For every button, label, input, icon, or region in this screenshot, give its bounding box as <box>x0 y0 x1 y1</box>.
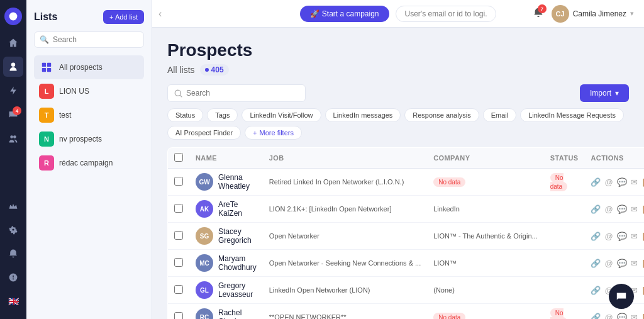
filter-linkedin-requests[interactable]: LinkedIn Message Requests <box>520 108 624 122</box>
table-search-box[interactable] <box>167 84 306 102</box>
prospect-name-cell: AK AreTe KaiZen <box>196 200 257 218</box>
filter-linkedin-visit[interactable]: LinkedIn Visit/Follow <box>242 108 321 122</box>
sidebar-search-icon: 🔍 <box>40 35 49 44</box>
row-checkbox[interactable] <box>174 312 183 320</box>
table-row: AK AreTe KaiZen LION 2.1K+: [LinkedIn Op… <box>168 196 645 223</box>
at-icon[interactable]: @ <box>604 259 613 268</box>
link-icon[interactable]: 🔗 <box>591 177 601 187</box>
at-icon[interactable]: @ <box>604 177 613 187</box>
more-filters-label: More filters <box>260 129 294 137</box>
at-icon[interactable]: @ <box>604 232 613 241</box>
add-list-button[interactable]: + Add list <box>103 10 144 24</box>
table-row: GW Glenna Wheatley Retired Linked In Ope… <box>168 169 645 196</box>
status-no-data: No data <box>550 308 567 319</box>
nav-home[interactable] <box>3 33 23 53</box>
sidebar-item-test[interactable]: T test <box>34 103 144 127</box>
email-icon[interactable]: ✉ <box>631 204 638 214</box>
nav-flag[interactable]: 🇬🇧 <box>3 291 23 311</box>
note-icon[interactable]: 📋 <box>641 286 644 295</box>
page-title: Prospects <box>167 40 629 60</box>
sidebar: Lists + Add list 🔍 All prospects L LION … <box>26 0 152 319</box>
nav-help[interactable] <box>3 267 23 288</box>
row-checkbox[interactable] <box>174 285 183 294</box>
filter-status[interactable]: Status <box>167 108 203 122</box>
nav-team[interactable] <box>3 128 23 148</box>
at-icon[interactable]: @ <box>604 204 613 214</box>
filter-linkedin-messages[interactable]: LinkedIn messages <box>325 108 401 122</box>
sidebar-item-redac[interactable]: R rédac campaign <box>34 151 144 175</box>
row-checkbox[interactable] <box>174 231 183 240</box>
nav-settings[interactable] <box>3 220 23 240</box>
table-row: GL Gregory Levasseur LinkedIn Open Netwo… <box>168 277 645 304</box>
prospect-name-cell: GL Gregory Levasseur <box>196 281 257 299</box>
message-icon[interactable]: 💬 <box>617 204 627 214</box>
topbar-right: 7 CJ Camila Jimenez ▾ <box>533 5 634 23</box>
app-logo[interactable] <box>4 8 22 25</box>
start-campaign-button[interactable]: 🚀 Start a campaign <box>300 6 389 22</box>
count-value: 405 <box>211 65 224 74</box>
svg-rect-1 <box>42 63 46 67</box>
row-checkbox[interactable] <box>174 258 183 267</box>
sidebar-header: Lists + Add list <box>34 10 144 24</box>
link-icon[interactable]: 🔗 <box>591 232 601 241</box>
notifications-badge: 7 <box>538 4 547 13</box>
sidebar-search-box[interactable]: 🔍 <box>34 31 144 48</box>
nav-users[interactable] <box>3 57 23 77</box>
sidebar-item-label-redac: rédac campaign <box>59 159 113 167</box>
message-icon[interactable]: 💬 <box>617 177 627 187</box>
note-icon[interactable]: 📋 <box>641 204 644 214</box>
notifications-button[interactable]: 7 <box>533 7 544 20</box>
link-icon[interactable]: 🔗 <box>591 286 601 295</box>
prospect-job: LinkedIn Open Networker (LION) <box>269 286 370 294</box>
link-icon[interactable]: 🔗 <box>591 259 601 268</box>
chat-bubble[interactable] <box>609 284 634 309</box>
table-search-input[interactable] <box>186 89 299 98</box>
filter-tags[interactable]: Tags <box>207 108 238 122</box>
select-all-checkbox[interactable] <box>174 153 183 162</box>
action-icons: 🔗 @ 💬 ✉ 📋 <box>591 177 644 187</box>
sidebar-item-label-nv: nv prospects <box>59 135 102 143</box>
email-icon[interactable]: ✉ <box>631 232 638 241</box>
row-checkbox[interactable] <box>174 177 183 186</box>
row-checkbox[interactable] <box>174 204 183 213</box>
sidebar-item-nv-prospects[interactable]: N nv prospects <box>34 127 144 151</box>
prospect-name-cell: GW Glenna Wheatley <box>196 173 257 191</box>
table-row: MC Maryam Chowdhury Open Networker - See… <box>168 250 645 277</box>
link-icon[interactable]: 🔗 <box>591 204 601 214</box>
sidebar-item-lion-us[interactable]: L LION US <box>34 79 144 103</box>
import-button[interactable]: Import ▾ <box>580 84 629 102</box>
note-icon[interactable]: 📋 <box>641 259 644 268</box>
nav-chat[interactable]: 4 <box>3 104 23 125</box>
at-icon[interactable]: @ <box>604 313 613 320</box>
note-icon[interactable]: 📋 <box>641 313 644 320</box>
email-icon[interactable]: ✉ <box>631 177 638 187</box>
email-icon[interactable]: ✉ <box>631 259 638 268</box>
prospect-job: Retired Linked In Open Networker (L.I.O.… <box>269 178 404 186</box>
message-icon[interactable]: 💬 <box>617 313 627 320</box>
col-header-name: NAME <box>189 148 263 169</box>
col-header-job: JOB <box>263 148 428 169</box>
filter-response[interactable]: Response analysis <box>404 108 479 122</box>
nav-lightning[interactable] <box>3 81 23 101</box>
chat-badge: 4 <box>13 106 21 115</box>
nav-crown[interactable] <box>3 196 23 216</box>
collapse-sidebar-button[interactable]: ‹ <box>158 8 162 20</box>
filter-ai-finder[interactable]: AI Prospect Finder <box>167 126 241 140</box>
login-input[interactable] <box>396 6 496 22</box>
message-icon[interactable]: 💬 <box>617 259 627 268</box>
prospect-name: Stacey Gregorich <box>218 227 257 245</box>
more-filters-button[interactable]: + More filters <box>245 126 302 140</box>
email-icon[interactable]: ✉ <box>631 313 638 320</box>
note-icon[interactable]: 📋 <box>641 232 644 241</box>
user-menu[interactable]: CJ Camila Jimenez ▾ <box>552 5 634 23</box>
sidebar-search-input[interactable] <box>53 35 138 44</box>
sidebar-item-all-prospects[interactable]: All prospects <box>34 55 144 79</box>
prospect-name: AreTe KaiZen <box>218 200 257 218</box>
nav-bell[interactable] <box>3 243 23 264</box>
count-dot <box>205 68 209 72</box>
note-icon[interactable]: 📋 <box>641 177 644 187</box>
all-prospects-icon <box>39 60 54 75</box>
filter-email[interactable]: Email <box>483 108 517 122</box>
message-icon[interactable]: 💬 <box>617 232 627 241</box>
link-icon[interactable]: 🔗 <box>591 313 601 320</box>
